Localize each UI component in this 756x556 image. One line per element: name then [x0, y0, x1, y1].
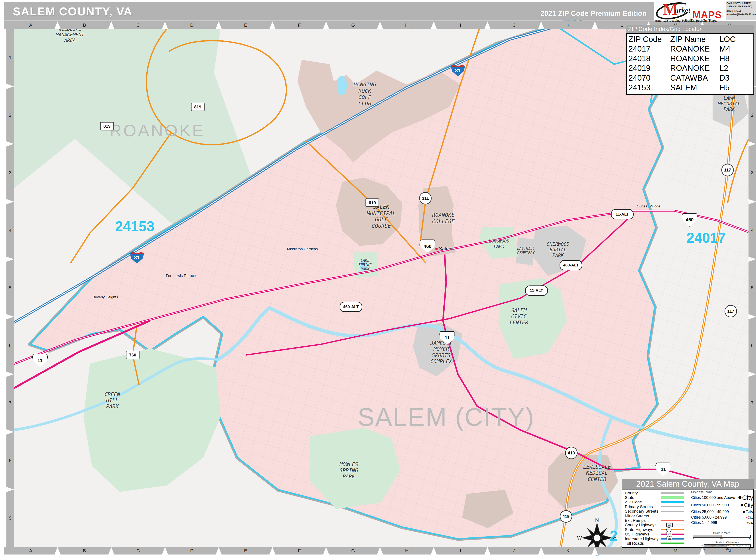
zip-index-row: 24017ROANOKEM4: [628, 44, 752, 54]
legend-label: Toll Roads: [625, 541, 661, 546]
grid-label: 9: [9, 515, 11, 521]
grid-notch: [538, 22, 544, 29]
grid-notch: [749, 256, 756, 262]
legend-city-row: Cities 100,000 and AboveCity: [691, 494, 753, 501]
grid-col-D: D: [165, 22, 219, 29]
grid-label: H: [405, 548, 408, 554]
legend-swatch: 123: [661, 533, 684, 535]
grid-notch: [6, 256, 14, 262]
grid-col-I: I: [434, 547, 488, 555]
grid-notch: [6, 372, 14, 377]
legend-city-label: Cities 100,000 and Above: [691, 495, 735, 500]
grid-label: 7: [9, 400, 11, 406]
legend-title: 2021 Salem County, VA Map: [622, 479, 754, 489]
marketmaps-logo: M arket MAPS On Target. On Time. America…: [654, 0, 756, 22]
legend-shield-us-icon: 123: [666, 532, 672, 537]
legend-city-row: Cities 1 - 4,999City: [691, 521, 753, 525]
grid-col-L: L: [595, 547, 649, 555]
legend-line-sample: [661, 543, 684, 544]
zip-index-cell: 24153: [628, 83, 670, 92]
legend-city-sample: City: [743, 509, 753, 514]
scale-tick: .25: [725, 547, 729, 550]
city-dot-icon: [746, 517, 747, 518]
legend-line-sample: [661, 507, 684, 507]
zip-index-cell: ROANOKE: [670, 54, 719, 63]
zip-index-cell: CATAWBA: [670, 73, 719, 83]
grid-notch: [6, 314, 14, 319]
city-dot-icon: [738, 496, 742, 499]
grid-notch: [323, 22, 329, 29]
grid-row-4: 4: [749, 202, 756, 259]
grid-notch: [749, 199, 756, 204]
zip-index-row: 24070CATAWBAD3: [628, 73, 752, 83]
compass-n: N: [595, 517, 599, 523]
city-dot-icon: [743, 511, 745, 513]
legend-line-sample: [661, 533, 684, 535]
grid-label: G: [351, 23, 355, 28]
grid-notch: [108, 547, 114, 555]
legend-row-minor-streets: Minor Streets: [625, 514, 689, 518]
grid-label: 4: [751, 228, 753, 233]
grid-notch: [269, 547, 275, 555]
legend-row-exit-ramps: Exit Ramps: [625, 518, 689, 523]
compass-w: W: [577, 535, 582, 541]
grid-notch: [216, 547, 222, 555]
grid-notch: [6, 487, 14, 492]
legend-label: Secondary Streets: [625, 509, 661, 514]
grid-label: 4: [9, 228, 11, 233]
grid-label: F: [298, 23, 301, 28]
legend-city-label: Cities 50,000 - 99,999: [691, 503, 729, 508]
legend-label: Primary Streets: [625, 505, 661, 509]
legend-row-county: County: [625, 491, 689, 495]
zip-index-cell: 24019: [628, 63, 670, 73]
legend-cities: Cities and Towns Cities 100,000 and Abov…: [691, 490, 753, 526]
grid-notch: [55, 547, 61, 555]
grid-label: 3: [9, 170, 11, 176]
scale-miles-title: Scale in Miles: [693, 531, 751, 534]
legend-row-primary-streets: Primary Streets: [625, 505, 689, 509]
grid-label: G: [351, 548, 355, 554]
legend-city-sample: City: [741, 502, 753, 508]
grid-label: J: [513, 548, 516, 554]
grid-row-4: 4: [6, 202, 14, 259]
grid-notch: [592, 547, 598, 555]
grid-row-5: 5: [6, 259, 14, 317]
legend-swatch: 123: [661, 529, 684, 530]
legend-swatch: [661, 507, 684, 507]
legend-line-sample: [661, 492, 684, 494]
legend-swatch: [661, 496, 684, 499]
grid-label: 5: [9, 285, 11, 290]
grid-row-3: 3: [749, 144, 756, 202]
legend-swatch: [661, 492, 684, 494]
grid-col-A: A: [4, 547, 58, 555]
grid-label: C: [136, 23, 140, 28]
grid-label: 8: [9, 458, 11, 463]
zip-index-row: 24019ROANOKEL2: [628, 63, 752, 73]
grid-label: I: [460, 23, 461, 28]
edition-label: 2021 ZIP Code Premium Edition: [540, 9, 647, 18]
zip-index-cell: SALEM: [670, 83, 719, 92]
zip-index-cell: H8: [719, 54, 752, 63]
grid-label: 7: [751, 400, 753, 406]
legend-swatch: 123: [661, 538, 684, 540]
grid-col-A: A: [4, 22, 58, 29]
grid-label: D: [190, 23, 194, 28]
grid-notch: [749, 429, 756, 435]
legend-label: US Highways: [625, 532, 661, 536]
zip-index-cell: 24070: [628, 73, 670, 83]
scale-miles: Scale in Miles 0 .25 .5: [693, 531, 751, 541]
city-dot-icon: [747, 522, 748, 523]
grid-notch: [323, 547, 329, 555]
grid-notch: [485, 547, 490, 555]
grid-col-F: F: [272, 22, 326, 29]
zip-index-cell: L2: [719, 63, 752, 73]
grid-notch: [6, 141, 14, 146]
grid-bar-bottom: ABCDEFGHIJKLMN: [4, 547, 756, 555]
grid-notch: [538, 547, 544, 555]
grid-label: K: [566, 23, 570, 28]
legend-label: ZIP Code: [625, 500, 661, 505]
legend-line-sample: [661, 529, 684, 530]
legend-city-sample-text: City: [742, 494, 753, 501]
grid-notch: [216, 22, 222, 29]
legend-line-sample: [661, 496, 684, 499]
